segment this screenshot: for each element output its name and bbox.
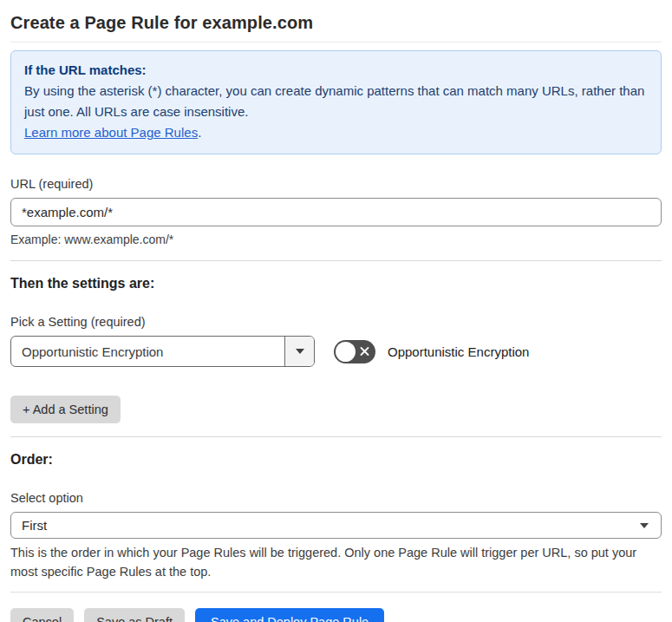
- info-box-link-line: Learn more about Page Rules.: [24, 122, 648, 143]
- order-section-heading: Order:: [10, 450, 662, 468]
- order-select-label: Select option: [10, 490, 662, 506]
- page-title: Create a Page Rule for example.com: [10, 0, 662, 34]
- url-match-info-box: If the URL matches: By using the asteris…: [10, 50, 662, 154]
- learn-more-link[interactable]: Learn more about Page Rules: [24, 125, 198, 140]
- info-box-heading: If the URL matches:: [24, 60, 648, 81]
- toggle-knob: [336, 342, 356, 362]
- chevron-down-icon: [296, 349, 304, 354]
- toggle-off-x-icon: [360, 347, 369, 357]
- cancel-button[interactable]: Cancel: [10, 608, 74, 622]
- add-setting-button[interactable]: + Add a Setting: [10, 396, 121, 423]
- page-rule-form: Create a Page Rule for example.com If th…: [0, 0, 672, 622]
- order-helper-text: This is the order in which your Page Rul…: [10, 543, 659, 581]
- url-input[interactable]: [10, 198, 662, 226]
- url-example-helper: Example: www.example.com/*: [10, 232, 662, 247]
- setting-dropdown-value: Opportunistic Encryption: [11, 337, 284, 366]
- toggle-label: Opportunistic Encryption: [388, 344, 529, 359]
- save-deploy-button[interactable]: Save and Deploy Page Rule: [195, 608, 384, 622]
- info-box-body: By using the asterisk (*) character, you…: [24, 81, 648, 122]
- opportunistic-encryption-toggle[interactable]: [334, 340, 375, 363]
- actions-divider: [10, 592, 662, 593]
- settings-section-divider: [10, 260, 662, 261]
- action-button-row: Cancel Save as Draft Save and Deploy Pag…: [10, 608, 662, 622]
- setting-dropdown[interactable]: Opportunistic Encryption: [10, 336, 315, 367]
- setting-row: Opportunistic Encryption Opportunistic E…: [10, 336, 662, 367]
- url-field-label: URL (required): [10, 176, 662, 192]
- title-divider: [10, 42, 662, 43]
- order-section-divider: [10, 436, 662, 437]
- pick-setting-label: Pick a Setting (required): [10, 314, 662, 330]
- order-select-value: First: [22, 518, 47, 533]
- select-chevron-down-icon: [640, 523, 649, 528]
- settings-section-heading: Then the settings are:: [10, 274, 662, 292]
- order-select[interactable]: First: [10, 512, 662, 539]
- save-draft-button[interactable]: Save as Draft: [84, 608, 185, 622]
- setting-dropdown-arrow-button[interactable]: [284, 337, 314, 366]
- link-suffix: .: [198, 125, 201, 140]
